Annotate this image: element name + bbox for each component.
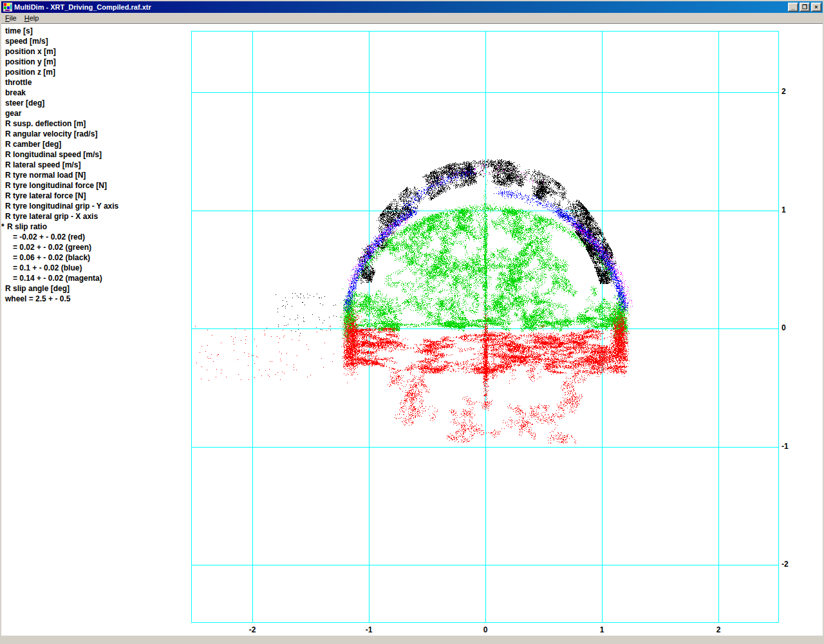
plot-area <box>191 31 779 623</box>
legend-item: = 0.06 + - 0.02 (black) <box>1 252 188 263</box>
window-title: MultiDim - XRT_Driving_Compiled.raf.xtr <box>14 3 151 11</box>
legend-item: = -0.02 + - 0.02 (red) <box>1 232 188 242</box>
selected-channel-label: R slip ratio <box>7 222 47 231</box>
y-tick-label: 1 <box>782 205 801 214</box>
menu-item-file[interactable]: File <box>1 14 21 23</box>
channel-item-selected[interactable]: *R slip ratio <box>1 222 188 232</box>
channel-item[interactable]: break <box>1 88 188 98</box>
channel-item[interactable]: wheel = 2.5 + - 0.5 <box>1 294 188 304</box>
x-tick-label: -1 <box>360 625 377 634</box>
channel-list: time [s]speed [m/s]position x [m]positio… <box>1 26 188 304</box>
x-tick-label: 2 <box>710 625 727 634</box>
minimize-button[interactable]: _ <box>788 3 798 12</box>
channel-item[interactable]: R tyre lateral grip - X axis <box>1 211 188 222</box>
title-bar: MultiDim - XRT_Driving_Compiled.raf.xtr … <box>1 1 823 13</box>
channel-item[interactable]: position y [m] <box>1 57 188 67</box>
channel-item[interactable]: R tyre normal load [N] <box>1 170 188 180</box>
plot-canvas[interactable] <box>191 31 779 623</box>
channel-item[interactable]: position x [m] <box>1 46 188 57</box>
legend-item: = 0.02 + - 0.02 (green) <box>1 242 188 252</box>
y-tick-label: -1 <box>782 442 801 451</box>
channel-item[interactable]: R lateral speed [m/s] <box>1 160 188 170</box>
selected-channel-marker: * <box>1 222 7 232</box>
x-tick-label: 1 <box>594 625 610 634</box>
menu-bar: FileHelp <box>1 13 823 24</box>
channel-item[interactable]: speed [m/s] <box>1 36 188 46</box>
channel-item[interactable]: position z [m] <box>1 67 188 77</box>
channel-item[interactable]: throttle <box>1 77 188 88</box>
channel-item[interactable]: R tyre longitudinal grip - Y axis <box>1 201 188 211</box>
channel-item[interactable]: R angular velocity [rad/s] <box>1 129 188 139</box>
status-bar <box>1 636 823 643</box>
restore-button[interactable]: ❐ <box>800 3 810 12</box>
y-tick-label: -2 <box>782 560 801 569</box>
menu-item-help[interactable]: Help <box>21 14 43 23</box>
channel-item[interactable]: R camber [deg] <box>1 139 188 149</box>
channel-item[interactable]: R tyre longitudinal force [N] <box>1 180 188 191</box>
y-tick-label: 0 <box>782 323 801 332</box>
channel-item[interactable]: R longitudinal speed [m/s] <box>1 149 188 160</box>
x-tick-label: 0 <box>477 625 494 634</box>
y-tick-label: 2 <box>782 87 801 96</box>
x-tick-label: -2 <box>244 625 261 634</box>
channel-item[interactable]: R tyre lateral force [N] <box>1 191 188 201</box>
close-button[interactable]: × <box>811 3 821 12</box>
channel-item[interactable]: steer [deg] <box>1 98 188 108</box>
legend-item: = 0.1 + - 0.02 (blue) <box>1 263 188 273</box>
app-window: MultiDim - XRT_Driving_Compiled.raf.xtr … <box>0 0 824 644</box>
channel-item[interactable]: R slip angle [deg] <box>1 283 188 294</box>
window-controls: _ ❐ × <box>788 3 821 12</box>
app-icon <box>3 3 12 12</box>
channel-item[interactable]: gear <box>1 108 188 118</box>
legend-item: = 0.14 + - 0.02 (magenta) <box>1 273 188 283</box>
channel-item[interactable]: R susp. deflection [m] <box>1 118 188 129</box>
channel-item[interactable]: time [s] <box>1 26 188 36</box>
